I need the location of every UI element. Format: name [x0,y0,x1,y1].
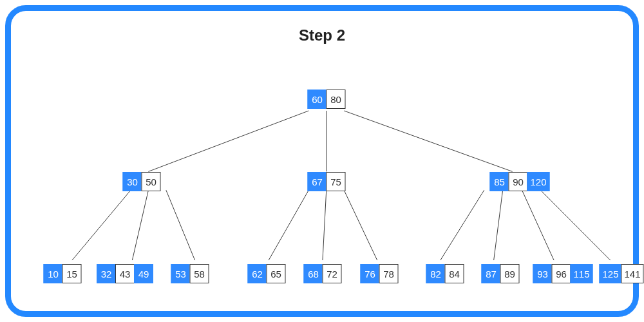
node-key: 58 [190,264,209,283]
node-key: 72 [323,264,342,283]
tree-node-l0: 1015 [44,264,82,283]
node-key: 49 [134,264,153,283]
tree-node-l6: 8284 [426,264,464,283]
tree-node-l3: 6265 [248,264,286,283]
tree-node-l9: 125141 [599,264,643,283]
svg-line-3 [72,190,131,260]
node-key: 87 [482,264,501,283]
node-key: 82 [426,264,446,283]
svg-line-0 [148,111,308,171]
tree-node-l4: 6872 [304,264,342,283]
node-key: 10 [44,264,63,283]
node-key: 67 [308,172,327,191]
node-key: 141 [621,264,644,283]
node-key: 15 [62,264,82,283]
node-key: 89 [500,264,520,283]
tree-node-m1: 6775 [308,172,346,191]
node-key: 62 [248,264,267,283]
svg-line-6 [269,190,308,260]
svg-line-4 [132,190,148,260]
svg-line-8 [344,190,377,260]
node-key: 75 [327,172,346,191]
node-key: 32 [97,264,116,283]
node-key: 60 [308,90,327,109]
node-key: 115 [570,264,592,283]
node-key: 65 [267,264,286,283]
tree-node-l2: 5358 [171,264,209,283]
svg-line-12 [540,190,610,260]
node-key: 84 [445,264,464,283]
node-key: 43 [115,264,135,283]
node-key: 50 [142,172,161,191]
node-key: 93 [533,264,552,283]
node-key: 76 [361,264,380,283]
svg-line-11 [522,190,554,260]
node-key: 85 [489,172,509,191]
tree-node-m2: 8590120 [489,172,549,191]
tree-node-l1: 324349 [97,264,153,283]
tree-node-root: 6080 [308,90,346,109]
node-key: 90 [508,172,527,191]
tree-node-l7: 8789 [482,264,520,283]
svg-line-9 [440,190,484,260]
tree-node-l5: 7678 [361,264,399,283]
node-key: 125 [599,264,621,283]
svg-line-2 [344,111,512,171]
svg-line-5 [166,190,195,260]
diagram-frame: Step 2 608030506775859012010153243495358… [5,5,639,317]
svg-line-10 [494,190,503,260]
step-title: Step 2 [11,26,633,44]
node-key: 120 [527,172,549,191]
node-key: 53 [171,264,191,283]
node-key: 78 [379,264,399,283]
node-key: 68 [304,264,323,283]
node-key: 30 [123,172,142,191]
node-key: 96 [551,264,571,283]
node-key: 80 [327,90,346,109]
svg-line-7 [323,190,327,260]
tree-node-l8: 9396115 [533,264,592,283]
tree-node-m0: 3050 [123,172,161,191]
